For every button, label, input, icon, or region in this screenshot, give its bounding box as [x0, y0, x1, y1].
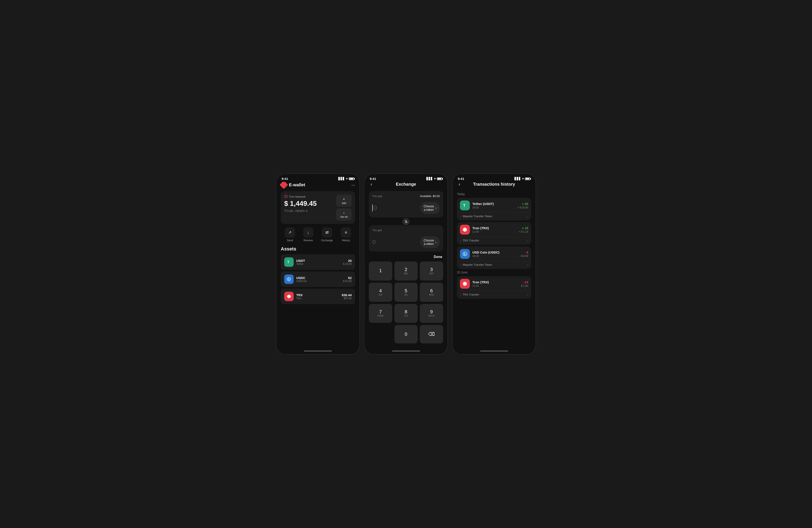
key-6[interactable]: 6 MNO — [420, 283, 443, 302]
exchange-label: Exchange — [321, 239, 333, 242]
see-all-button[interactable]: › See all — [336, 208, 352, 221]
key-4[interactable]: 4 GHI — [369, 283, 392, 302]
status-icons-2: ▋▋▋ ▾ — [426, 177, 442, 180]
send-action[interactable]: ↗ Send — [285, 227, 295, 242]
usdc-qty: 52 — [343, 276, 352, 280]
tx-card-trx-today[interactable]: Tron (TRX) 11:40 + 15 + $ 1,14 ↓ TRX Tra… — [457, 222, 531, 245]
today-label: Today — [457, 192, 531, 196]
available-label: Available: $0.00 — [420, 194, 440, 199]
tx-chevron-trx-today: › — [527, 239, 528, 242]
tx-icon-usdt: T — [460, 200, 470, 210]
key-backspace[interactable]: ⌫ — [420, 325, 443, 343]
tx-time-usdc: 10:20 — [473, 255, 517, 258]
down-arrow-icon-usdt: ↓ — [460, 215, 461, 218]
signal-icon-3: ▋▋▋ — [514, 177, 521, 180]
tx-qty-usdc: - 8 — [519, 251, 528, 254]
tx-icon-usdc: $ — [460, 249, 470, 259]
history-action[interactable]: ≡ History — [341, 227, 351, 242]
usdc-info: USDC USDCoin — [296, 276, 340, 283]
key-3[interactable]: 3 DEF — [420, 261, 443, 281]
tx-detail-label-usdt: ↓ Wapster Transfer Token — [460, 215, 492, 218]
usdt-icon: T — [284, 257, 294, 267]
digit-1: 1 — [379, 268, 382, 273]
tx-name-trx-june: Tron (TRX) — [473, 280, 517, 284]
tx-info-trx-today: Tron (TRX) 11:40 — [473, 226, 516, 233]
digit-9: 9 — [430, 310, 433, 314]
exchange-title: Exchange — [396, 182, 416, 187]
asset-item-usdt[interactable]: T USDT Tether 20 $ 20,00 — [281, 254, 355, 270]
digit-4: 4 — [379, 288, 382, 293]
key-1[interactable]: 1 — [369, 261, 392, 281]
logo-diamond-icon — [279, 182, 288, 189]
history-label: History — [342, 239, 350, 242]
history-screen: ‹ Transactions history Today T Tether (U… — [453, 182, 536, 348]
pay-amount: 0 — [372, 205, 377, 211]
tx-info-trx-june: Tron (TRX) 17:24 — [473, 280, 517, 287]
svg-text:$: $ — [288, 278, 289, 281]
status-time-2: 9:41 — [370, 177, 376, 181]
get-label-row: You get — [372, 229, 440, 233]
tx-usd-usdt: + $ 20,00 — [518, 206, 528, 209]
svg-marker-10 — [463, 282, 467, 286]
done-button[interactable]: Done — [434, 255, 442, 259]
add-button[interactable]: + Add — [336, 195, 352, 207]
up-arrow-icon-usdc: ↑ — [460, 263, 461, 266]
menu-dots-button[interactable]: ··· — [351, 182, 355, 187]
phone-history: 9:41 ▋▋▋ ▾ ‹ Transactions history Today … — [452, 174, 536, 354]
back-button-history[interactable]: ‹ — [457, 182, 462, 188]
usdt-amounts: 20 $ 20,00 — [343, 259, 352, 266]
trx-subname: Tron — [296, 297, 339, 300]
wifi-icon-2: ▾ — [434, 177, 436, 180]
choose-token-pay-button[interactable]: Choosea token › — [420, 202, 440, 214]
status-bar-1: 9:41 ▋▋▋ ▾ — [276, 174, 359, 182]
key-0[interactable]: 0 — [394, 325, 418, 343]
tx-detail-text-usdc: Wapster Transfer Token — [463, 263, 492, 266]
numpad: 1 2 ABC 3 DEF 4 GHI 5 JKL 6 MNO — [369, 261, 443, 343]
tx-icon-trx-today — [460, 225, 470, 235]
key-7[interactable]: 7 PQRS — [369, 304, 392, 323]
asset-list: T USDT Tether 20 $ 20,00 $ — [281, 254, 355, 304]
key-5[interactable]: 5 JKL — [394, 283, 418, 302]
copy-icon[interactable]: ⧉ — [306, 210, 308, 212]
back-button-exchange[interactable]: ‹ — [369, 182, 374, 188]
tx-time-trx-today: 11:40 — [473, 230, 516, 233]
home-screen: E-wallet ··· Tron Network $ 1,449.45 — [276, 182, 359, 348]
tx-main-trx-today: Tron (TRX) 11:40 + 15 + $ 1,14 — [460, 225, 528, 235]
usdc-subname: USDCoin — [296, 280, 340, 283]
wallet-amount: $ 1,449.45 — [284, 200, 334, 208]
key-9[interactable]: 9 WXYZ — [420, 304, 443, 323]
signal-icon: ▋▋▋ — [338, 177, 345, 180]
wallet-actions: + Add › See all — [336, 195, 352, 221]
backspace-icon: ⌫ — [428, 332, 435, 336]
tx-card-trx-june[interactable]: Tron (TRX) 17:24 - 24 - $ 1,82 ↑ TRX Tra… — [457, 276, 531, 299]
swap-wrapper: ⇅ — [369, 217, 443, 226]
tx-card-usdt[interactable]: T Tether (USDT) 16:20 + 20 + $ 20,00 ↓ — [457, 198, 531, 221]
tx-time-trx-june: 17:24 — [473, 284, 517, 287]
status-icons-3: ▋▋▋ ▾ — [514, 177, 531, 180]
asset-item-usdc[interactable]: $ USDC USDCoin 52 $ 52,00 — [281, 272, 355, 287]
pay-input-row: 0 Choosea token › — [372, 202, 440, 214]
status-time-3: 9:41 — [458, 177, 464, 181]
history-header: ‹ Transactions history — [457, 182, 531, 187]
letters-4: GHI — [378, 293, 382, 296]
receive-icon-circle: ↓ — [303, 227, 314, 238]
tx-card-usdc[interactable]: $ USD Coin (USDC) 10:20 - 8 - $ 8,00 ↑ — [457, 246, 531, 269]
usdt-info: USDT Tether — [296, 259, 340, 266]
choose-token-get-button[interactable]: Choosea token › — [420, 236, 440, 248]
letters-2: ABC — [404, 272, 408, 275]
exchange-action[interactable]: ⇄ Exchange — [321, 227, 333, 242]
wifi-icon: ▾ — [346, 177, 348, 180]
asset-item-trx[interactable]: TRX Tron 830.44 $67,60 — [281, 289, 355, 304]
key-empty — [369, 325, 392, 343]
down-arrow-icon-trx-today: ↓ — [460, 239, 461, 242]
key-8[interactable]: 8 TUV — [394, 304, 418, 323]
swap-button[interactable]: ⇅ — [402, 217, 410, 226]
receive-action[interactable]: ↓ Receive — [303, 227, 314, 242]
tx-chevron-usdc: › — [527, 263, 528, 266]
digit-8: 8 — [405, 310, 407, 314]
key-2[interactable]: 2 ABC — [394, 261, 418, 281]
tx-main-trx-june: Tron (TRX) 17:24 - 24 - $ 1,82 — [460, 279, 528, 289]
app-title: E-wallet — [289, 182, 305, 187]
exchange-icon-circle: ⇄ — [322, 227, 332, 238]
digit-7: 7 — [379, 310, 382, 314]
